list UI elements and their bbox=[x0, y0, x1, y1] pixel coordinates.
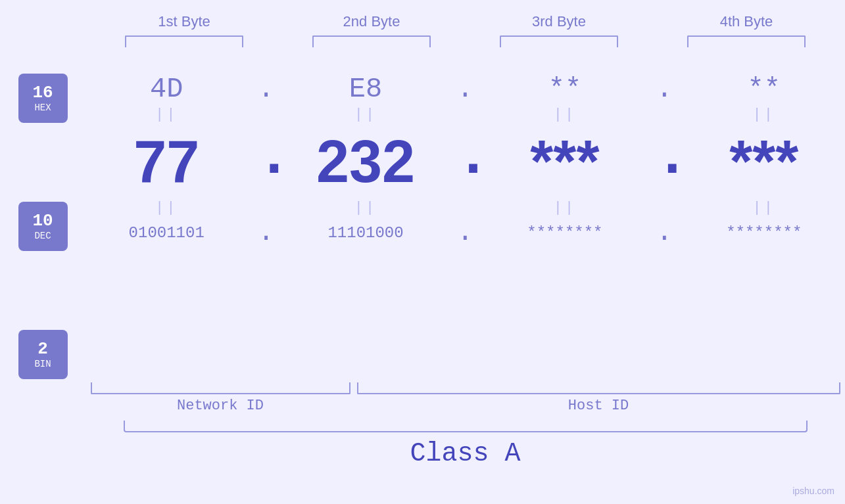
network-id-label: Network ID bbox=[91, 398, 350, 414]
dot-hex-2: . bbox=[455, 74, 475, 105]
bin-value-1: 01001101 bbox=[129, 224, 205, 242]
dot-bin-1: . bbox=[256, 217, 276, 248]
bottom-brackets bbox=[91, 382, 840, 394]
hex-cell-3: ** bbox=[493, 74, 637, 105]
dec-value-1: 77 bbox=[133, 129, 199, 195]
bin-cell-3: ******** bbox=[493, 224, 637, 242]
top-brackets bbox=[91, 35, 840, 47]
bin-cell-4: ******** bbox=[692, 224, 836, 242]
dec-cell-2: 232 bbox=[293, 128, 438, 196]
bytes-grid: 4D . E8 . ** . ** || || bbox=[85, 67, 845, 379]
dot-hex-1: . bbox=[256, 74, 276, 105]
sep-1-1: || bbox=[94, 106, 239, 123]
byte-header-1: 1st Byte bbox=[112, 13, 256, 30]
network-bracket bbox=[91, 382, 350, 394]
bin-value-4: ******** bbox=[726, 224, 802, 242]
hex-value-2: E8 bbox=[349, 74, 382, 105]
bin-badge: 2 BIN bbox=[18, 330, 68, 379]
bin-row: 01001101 . 11101000 . ******** . *******… bbox=[85, 217, 845, 255]
hex-row: 4D . E8 . ** . ** bbox=[85, 67, 845, 105]
bracket-4 bbox=[687, 35, 806, 47]
byte-header-4: 4th Byte bbox=[674, 13, 819, 30]
watermark: ipshu.com bbox=[792, 486, 834, 496]
dec-value-2: 232 bbox=[316, 129, 415, 195]
dot-bin-2: . bbox=[455, 217, 475, 248]
dec-badge: 10 DEC bbox=[18, 202, 68, 251]
dec-value-3: *** bbox=[530, 129, 599, 195]
bin-badge-label: BIN bbox=[34, 359, 51, 369]
sep-row-2: || || || || bbox=[85, 198, 845, 217]
labels-column: 16 HEX 10 DEC 2 BIN bbox=[0, 67, 85, 379]
host-id-label: Host ID bbox=[357, 398, 840, 414]
hex-value-3: ** bbox=[548, 74, 581, 105]
hex-value-1: 4D bbox=[150, 74, 183, 105]
sep-2-1: || bbox=[94, 200, 239, 216]
bracket-1 bbox=[125, 35, 243, 47]
main-content: 16 HEX 10 DEC 2 BIN 4D . E8 bbox=[0, 67, 845, 379]
bin-cell-1: 01001101 bbox=[94, 224, 239, 242]
byte-header-2: 2nd Byte bbox=[299, 13, 444, 30]
byte-header-3: 3rd Byte bbox=[487, 13, 631, 30]
byte-headers-row: 1st Byte 2nd Byte 3rd Byte 4th Byte bbox=[91, 13, 840, 30]
dec-value-4: *** bbox=[729, 129, 798, 195]
main-container: 1st Byte 2nd Byte 3rd Byte 4th Byte 16 H… bbox=[0, 0, 845, 504]
hex-value-4: ** bbox=[748, 74, 781, 105]
dec-row: 77 . 232 . *** . *** bbox=[85, 124, 845, 196]
class-label: Class A bbox=[91, 439, 840, 469]
bin-value-3: ******** bbox=[527, 224, 602, 242]
dec-cell-1: 77 bbox=[94, 128, 239, 196]
sep-1-4: || bbox=[692, 106, 836, 123]
full-bottom-bracket bbox=[124, 421, 808, 432]
hex-cell-4: ** bbox=[692, 74, 836, 105]
bracket-2 bbox=[312, 35, 431, 47]
hex-cell-2: E8 bbox=[293, 74, 438, 105]
dec-badge-label: DEC bbox=[34, 231, 51, 241]
dec-cell-4: *** bbox=[692, 128, 836, 196]
dec-badge-number: 10 bbox=[32, 212, 53, 231]
dot-dec-2: . bbox=[455, 124, 475, 196]
bracket-3 bbox=[500, 35, 618, 47]
dec-cell-3: *** bbox=[493, 128, 637, 196]
hex-badge-number: 16 bbox=[32, 83, 53, 103]
bin-cell-2: 11101000 bbox=[293, 224, 438, 242]
host-bracket bbox=[357, 382, 840, 394]
dot-dec-1: . bbox=[256, 124, 276, 196]
bottom-labels: Network ID Host ID bbox=[91, 398, 840, 414]
sep-2-2: || bbox=[293, 200, 438, 216]
sep-1-2: || bbox=[293, 106, 438, 123]
sep-2-4: || bbox=[692, 200, 836, 216]
dot-hex-3: . bbox=[654, 74, 674, 105]
hex-badge-label: HEX bbox=[34, 103, 51, 113]
sep-row-1: || || || || bbox=[85, 105, 845, 124]
hex-badge: 16 HEX bbox=[18, 74, 68, 123]
bin-value-2: 11101000 bbox=[327, 224, 403, 242]
dot-dec-3: . bbox=[654, 124, 674, 196]
dot-bin-3: . bbox=[654, 217, 674, 248]
sep-1-3: || bbox=[493, 106, 637, 123]
sep-2-3: || bbox=[493, 200, 637, 216]
bin-badge-number: 2 bbox=[37, 340, 48, 359]
hex-cell-1: 4D bbox=[94, 74, 239, 105]
